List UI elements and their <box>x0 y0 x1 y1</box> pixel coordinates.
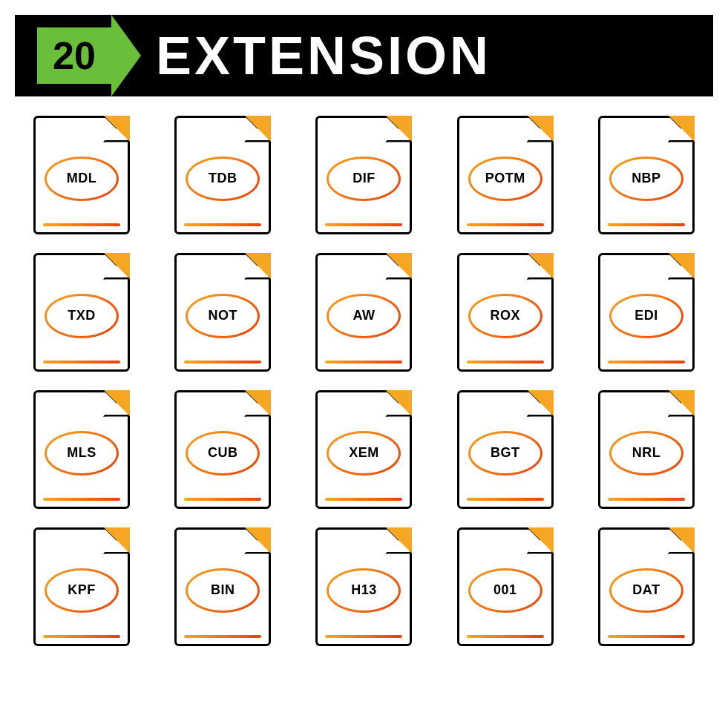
file-label: TDB <box>209 171 237 186</box>
file-bottom-line <box>608 498 685 501</box>
file-body: ROX <box>457 253 554 372</box>
file-bottom-line <box>184 223 261 226</box>
file-label: AW <box>352 308 375 323</box>
fold-corner <box>669 253 695 279</box>
file-body: H13 <box>315 527 412 646</box>
file-icon-bgt: BGT <box>446 384 565 514</box>
file-label: 001 <box>493 582 517 598</box>
file-label: H13 <box>351 582 377 598</box>
file-bottom-line <box>467 635 544 638</box>
file-body: BIN <box>174 527 271 646</box>
file-bottom-line <box>325 635 402 638</box>
file-bottom-line <box>325 498 402 501</box>
file-body: KPF <box>33 527 130 646</box>
fold-corner <box>245 527 271 553</box>
file-label: EDI <box>634 308 658 323</box>
file-label: BIN <box>211 582 235 598</box>
file-icon-tdb: TDB <box>163 110 282 240</box>
file-body: CUB <box>174 390 271 509</box>
file-icon-bin: BIN <box>163 522 282 651</box>
file-icon-dat: DAT <box>587 522 706 651</box>
file-label: CUB <box>208 445 238 461</box>
file-body: DIF <box>315 116 412 234</box>
file-bottom-line <box>325 361 402 364</box>
file-label: POTM <box>485 171 525 186</box>
file-icon-txd: TXD <box>22 247 141 377</box>
file-label: TXD <box>68 308 96 323</box>
fold-corner <box>386 116 412 142</box>
file-body: 001 <box>457 527 554 646</box>
file-bottom-line <box>43 635 120 638</box>
file-oval: DIF <box>327 157 401 201</box>
fold-corner <box>104 253 130 279</box>
file-body: DAT <box>598 527 695 646</box>
header-arrow <box>111 15 141 96</box>
file-body: NBP <box>598 116 695 234</box>
file-bottom-line <box>608 223 685 226</box>
file-bottom-line <box>184 635 261 638</box>
file-oval: MLS <box>45 431 119 476</box>
file-body: EDI <box>598 253 695 372</box>
file-body: BGT <box>457 390 554 509</box>
file-label: NBP <box>632 171 661 186</box>
fold-corner <box>528 253 554 279</box>
file-label: XEM <box>349 445 379 461</box>
file-icon-edi: EDI <box>587 247 706 377</box>
file-label: ROX <box>490 308 520 323</box>
file-oval: TDB <box>186 157 260 201</box>
file-oval: NOT <box>186 294 260 338</box>
fold-corner <box>104 527 130 553</box>
file-body: AW <box>315 253 412 372</box>
fold-corner <box>386 253 412 279</box>
fold-corner <box>104 116 130 142</box>
file-icon-cub: CUB <box>163 384 282 514</box>
file-label: NRL <box>632 445 661 461</box>
file-icon-mdl: MDL <box>22 110 141 240</box>
file-icon-rox: ROX <box>446 247 565 377</box>
file-icon-001: 001 <box>446 522 565 651</box>
fold-corner <box>669 390 695 416</box>
file-body: MDL <box>33 116 130 234</box>
file-oval: BGT <box>468 431 542 476</box>
file-body: POTM <box>457 116 554 234</box>
fold-corner <box>528 116 554 142</box>
file-label: DAT <box>632 582 660 598</box>
file-label: MDL <box>67 171 97 186</box>
file-bottom-line <box>184 498 261 501</box>
file-icon-kpf: KPF <box>22 522 141 651</box>
fold-corner <box>528 527 554 553</box>
file-bottom-line <box>608 635 685 638</box>
file-icon-xem: XEM <box>304 384 423 514</box>
file-label: DIF <box>352 171 376 186</box>
file-icon-not: NOT <box>163 247 282 377</box>
fold-corner <box>245 116 271 142</box>
file-oval: DAT <box>609 568 683 613</box>
file-bottom-line <box>467 361 544 364</box>
file-bottom-line <box>467 498 544 501</box>
fold-corner <box>669 116 695 142</box>
header-number: 20 <box>37 27 111 84</box>
fold-corner <box>104 390 130 416</box>
file-icon-mls: MLS <box>22 384 141 514</box>
file-icon-dif: DIF <box>304 110 423 240</box>
fold-corner <box>669 527 695 553</box>
file-oval: NRL <box>609 431 683 476</box>
file-icon-nrl: NRL <box>587 384 706 514</box>
file-icon-aw: AW <box>304 247 423 377</box>
file-oval: CUB <box>186 431 260 476</box>
file-oval: BIN <box>186 568 260 613</box>
file-icon-potm: POTM <box>446 110 565 240</box>
fold-corner <box>386 527 412 553</box>
file-bottom-line <box>43 498 120 501</box>
file-bottom-line <box>43 361 120 364</box>
fold-corner <box>528 390 554 416</box>
file-bottom-line <box>325 223 402 226</box>
file-oval: MDL <box>45 157 119 201</box>
file-body: NRL <box>598 390 695 509</box>
fold-corner <box>245 390 271 416</box>
file-label: BGT <box>491 445 520 461</box>
file-body: MLS <box>33 390 130 509</box>
file-oval: NBP <box>609 157 683 201</box>
file-body: XEM <box>315 390 412 509</box>
file-bottom-line <box>467 223 544 226</box>
